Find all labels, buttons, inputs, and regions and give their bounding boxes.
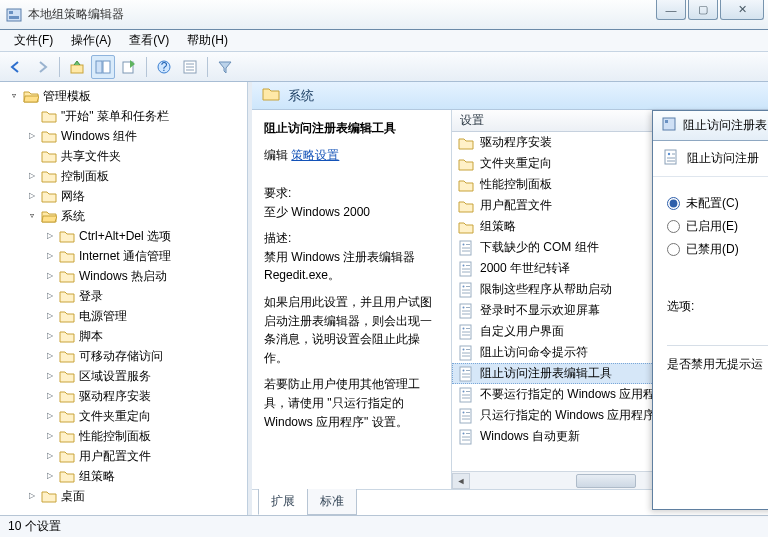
- tree-item-label: 脚本: [79, 327, 103, 345]
- radio-enabled-label[interactable]: 已启用(E): [686, 218, 738, 235]
- export-button[interactable]: [117, 55, 141, 79]
- tree-item[interactable]: 可移动存储访问: [42, 346, 245, 366]
- svg-rect-1: [9, 11, 13, 14]
- tree-item[interactable]: 网络: [24, 186, 245, 206]
- dialog-sub-text: 阻止访问注册: [687, 150, 759, 167]
- folder-icon: [59, 409, 75, 423]
- list-item-label: 自定义用户界面: [480, 323, 564, 340]
- svg-text:?: ?: [161, 60, 168, 74]
- options-box-text: 是否禁用无提示运: [667, 357, 763, 371]
- app-icon: [6, 7, 22, 23]
- tree-item[interactable]: 共享文件夹: [24, 146, 245, 166]
- tree-item[interactable]: 驱动程序安装: [42, 386, 245, 406]
- options-box: 是否禁用无提示运: [667, 345, 768, 373]
- list-item-label: 性能控制面板: [480, 176, 552, 193]
- tree-expander-icon[interactable]: [8, 91, 19, 102]
- tree-item-label: 控制面板: [61, 167, 109, 185]
- list-item-label: 2000 年世纪转译: [480, 260, 570, 277]
- tree-item[interactable]: Windows 热启动: [42, 266, 245, 286]
- tree-item-label: Ctrl+Alt+Del 选项: [79, 227, 171, 245]
- window-controls: — ▢ ✕: [656, 0, 764, 20]
- up-button[interactable]: [65, 55, 89, 79]
- svg-point-44: [463, 369, 465, 371]
- status-text: 10 个设置: [8, 518, 61, 535]
- svg-point-59: [463, 432, 465, 434]
- tree-leaf-icon: [44, 411, 55, 422]
- folder-icon: [41, 109, 57, 123]
- radio-enabled[interactable]: [667, 220, 680, 233]
- tree-expander-icon[interactable]: [26, 191, 37, 202]
- list-item-label: 限制这些程序从帮助启动: [480, 281, 612, 298]
- tree-item[interactable]: 脚本: [42, 326, 245, 346]
- tree-item-label: Windows 热启动: [79, 267, 167, 285]
- req-value: 至少 Windows 2000: [264, 205, 370, 219]
- tab-standard[interactable]: 标准: [307, 489, 357, 515]
- desc-p1: 禁用 Windows 注册表编辑器 Regedit.exe。: [264, 250, 415, 283]
- tree-item[interactable]: "开始" 菜单和任务栏: [24, 106, 245, 126]
- menu-help[interactable]: 帮助(H): [179, 30, 236, 51]
- tab-extended[interactable]: 扩展: [258, 489, 308, 515]
- radio-disabled-label[interactable]: 已禁用(D): [686, 241, 739, 258]
- list-item-label: 驱动程序安装: [480, 134, 552, 151]
- desc-label: 描述:: [264, 231, 291, 245]
- radio-not-configured-label[interactable]: 未配置(C): [686, 195, 739, 212]
- tree-expander-icon[interactable]: [26, 491, 37, 502]
- folder-icon: [41, 189, 57, 203]
- radio-disabled[interactable]: [667, 243, 680, 256]
- tree-expander-icon[interactable]: [26, 171, 37, 182]
- radio-not-configured[interactable]: [667, 197, 680, 210]
- folder-icon: [59, 389, 75, 403]
- folder-icon: [458, 198, 474, 214]
- nav-back-button[interactable]: [4, 55, 28, 79]
- tree-item[interactable]: 系统: [24, 206, 245, 226]
- tree-item[interactable]: 桌面: [24, 486, 245, 506]
- svg-point-54: [463, 411, 465, 413]
- tree-item[interactable]: 文件夹重定向: [42, 406, 245, 426]
- scroll-thumb[interactable]: [576, 474, 636, 488]
- tree-item-label: 文件夹重定向: [79, 407, 151, 425]
- svg-rect-65: [665, 150, 676, 164]
- folder-icon: [23, 89, 39, 103]
- menu-file[interactable]: 文件(F): [6, 30, 61, 51]
- policy-dialog: 阻止访问注册表 阻止访问注册 未配置(C) 已启用(E) 已禁用(D) 注 支 …: [652, 110, 768, 510]
- folder-icon: [59, 229, 75, 243]
- close-button[interactable]: ✕: [720, 0, 764, 20]
- menu-action[interactable]: 操作(A): [63, 30, 119, 51]
- tree-expander-icon[interactable]: [26, 131, 37, 142]
- tree-item[interactable]: 电源管理: [42, 306, 245, 326]
- tree-item[interactable]: 控制面板: [24, 166, 245, 186]
- svg-point-29: [463, 306, 465, 308]
- help-button[interactable]: ?: [152, 55, 176, 79]
- policy-icon: [458, 366, 474, 382]
- folder-icon: [41, 149, 57, 163]
- tree-item[interactable]: 性能控制面板: [42, 426, 245, 446]
- folder-icon: [59, 249, 75, 263]
- scroll-left-button[interactable]: ◄: [452, 473, 470, 489]
- tree-item-label: 桌面: [61, 487, 85, 505]
- dialog-titlebar[interactable]: 阻止访问注册表: [653, 111, 768, 141]
- tree-item[interactable]: 组策略: [42, 466, 245, 486]
- show-tree-button[interactable]: [91, 55, 115, 79]
- filter-button[interactable]: [213, 55, 237, 79]
- tree-item[interactable]: 登录: [42, 286, 245, 306]
- tree-leaf-icon: [44, 391, 55, 402]
- svg-rect-3: [71, 65, 83, 73]
- edit-policy-link[interactable]: 策略设置: [291, 147, 339, 164]
- tree-item-label: 性能控制面板: [79, 427, 151, 445]
- tree-pane[interactable]: 管理模板"开始" 菜单和任务栏Windows 组件共享文件夹控制面板网络系统Ct…: [0, 82, 248, 515]
- tree-item[interactable]: 管理模板: [6, 86, 245, 106]
- minimize-button[interactable]: —: [656, 0, 686, 20]
- menu-view[interactable]: 查看(V): [121, 30, 177, 51]
- maximize-button[interactable]: ▢: [688, 0, 718, 20]
- tree-item[interactable]: Ctrl+Alt+Del 选项: [42, 226, 245, 246]
- tree-item-label: 用户配置文件: [79, 447, 151, 465]
- properties-button[interactable]: [178, 55, 202, 79]
- tree-item[interactable]: 区域设置服务: [42, 366, 245, 386]
- nav-forward-button[interactable]: [30, 55, 54, 79]
- tree-expander-icon[interactable]: [26, 211, 37, 222]
- tree-item[interactable]: Internet 通信管理: [42, 246, 245, 266]
- tree-item[interactable]: Windows 组件: [24, 126, 245, 146]
- description-pane: 阻止访问注册表编辑工具 编辑 策略设置 要求:至少 Windows 2000 描…: [252, 110, 452, 489]
- desc-p2: 如果启用此设置，并且用户试图启动注册表编辑器，则会出现一条消息，说明设置会阻止此…: [264, 293, 439, 367]
- tree-item[interactable]: 用户配置文件: [42, 446, 245, 466]
